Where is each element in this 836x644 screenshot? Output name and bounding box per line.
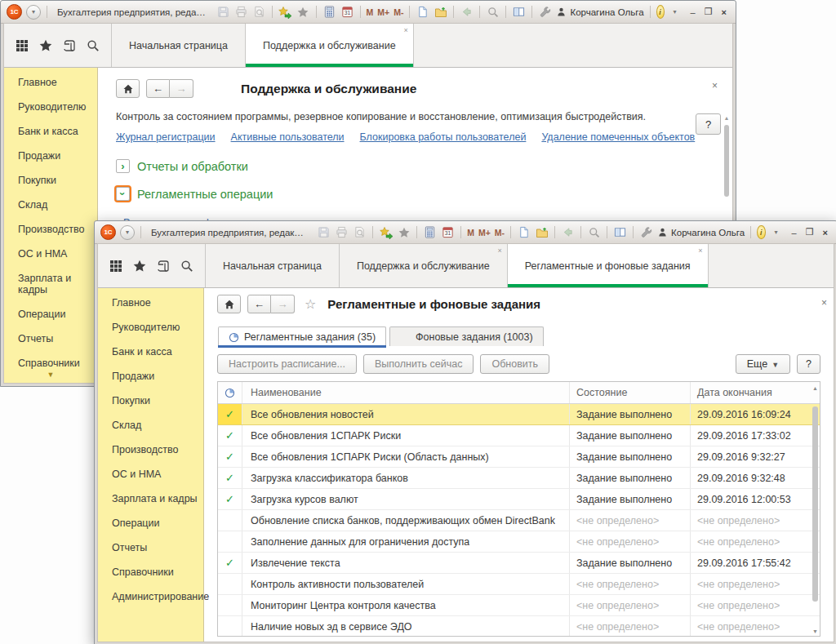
table-row[interactable]: ✓ Заполнение данных для ограничения дост… <box>218 531 820 553</box>
table-row[interactable]: ✓ Извлечение текста Задание выполнено 29… <box>218 553 820 574</box>
scrollbar-thumb[interactable] <box>724 125 729 197</box>
forward-button[interactable]: → <box>170 79 193 98</box>
info-icon[interactable]: i <box>757 225 765 239</box>
history-icon[interactable] <box>63 39 76 52</box>
1c-logo-icon[interactable]: 1С <box>100 224 116 240</box>
page-tab[interactable]: Начальная страница × <box>112 24 246 67</box>
sidebar-item[interactable]: Главное <box>4 70 97 95</box>
open-file-icon[interactable] <box>535 225 549 239</box>
sidebar-item[interactable]: Руководителю <box>98 315 203 340</box>
sidebar-item[interactable]: Главное <box>98 291 203 315</box>
sections-menu-icon[interactable] <box>16 39 29 52</box>
favorites-icon[interactable] <box>397 225 411 239</box>
sidebar-item[interactable]: Склад <box>4 193 97 217</box>
sidebar-item[interactable]: Производство <box>98 437 203 462</box>
sidebar-item[interactable]: Продажи <box>4 144 97 168</box>
settings-wrench-icon[interactable] <box>538 5 552 19</box>
sidebar-item[interactable]: Зарплата и кадры <box>98 486 203 511</box>
view-tab[interactable]: Фоновые задания (1003) <box>389 326 544 346</box>
status-column-header[interactable] <box>218 382 242 403</box>
sidebar-item[interactable]: Зарплата и кадры <box>4 266 97 302</box>
state-column-header[interactable]: Состояние <box>570 382 691 403</box>
sidebar-item[interactable]: Продажи <box>98 364 203 389</box>
history-back-icon[interactable] <box>561 225 575 239</box>
section-label[interactable]: Отчеты и обработки <box>137 160 248 173</box>
minimize-button[interactable]: – <box>691 7 696 17</box>
back-button[interactable]: ← <box>247 295 271 313</box>
service-dropdown-icon[interactable]: ▾ <box>669 6 682 19</box>
page-tab[interactable]: Регламентные и фоновые задания × <box>508 244 709 287</box>
memory-button[interactable]: M+ <box>377 7 389 17</box>
calendar-icon[interactable] <box>441 225 455 239</box>
sidebar-item[interactable]: Операции <box>4 302 97 326</box>
service-dropdown-icon[interactable]: ▾ <box>770 226 783 239</box>
scrollbar-thumb[interactable] <box>812 406 818 602</box>
sidebar-item[interactable]: Администрирование <box>98 584 203 609</box>
close-button[interactable]: × <box>722 7 727 17</box>
view-tab[interactable]: Регламентные задания (35) <box>218 326 386 346</box>
home-button[interactable] <box>116 79 140 98</box>
search-icon[interactable] <box>87 39 100 52</box>
scroll-up-icon[interactable]: ▲ <box>812 385 819 391</box>
table-header-row[interactable]: Наименование Состояние Дата окончания <box>218 382 820 404</box>
command-link[interactable]: Журнал регистрации <box>116 131 216 143</box>
favorites-star-icon[interactable] <box>133 260 146 273</box>
table-row[interactable]: ✓ Все обновления 1СПАРК Риски (Область д… <box>218 446 820 468</box>
scroll-up-icon[interactable]: ▲ <box>723 115 730 121</box>
favorites-icon[interactable] <box>296 5 310 19</box>
form-close-icon[interactable]: × <box>821 298 827 308</box>
tab-close-icon[interactable]: × <box>403 27 407 34</box>
date-column-header[interactable]: Дата окончания <box>691 382 820 403</box>
page-tab[interactable]: Поддержка и обслуживание × <box>246 24 414 67</box>
section-expander-icon[interactable]: › <box>116 187 130 201</box>
scroll-down-icon[interactable]: ▼ <box>812 628 819 634</box>
save-icon[interactable] <box>317 225 331 239</box>
action-button[interactable]: Настроить расписание... <box>217 354 357 374</box>
tab-close-icon[interactable]: × <box>698 247 702 255</box>
current-user[interactable]: Корчагина Ольга <box>556 7 643 17</box>
more-button[interactable]: Еще▼ <box>736 354 790 374</box>
history-back-icon[interactable] <box>460 5 474 19</box>
table-row[interactable]: ✓ Все обновления новостей Задание выполн… <box>218 404 820 425</box>
maximize-button[interactable]: ❒ <box>806 227 814 238</box>
global-search-icon[interactable] <box>486 5 500 19</box>
global-search-icon[interactable] <box>587 225 601 239</box>
current-user[interactable]: Корчагина Ольга <box>657 227 745 238</box>
command-link[interactable]: Активные пользователи <box>231 131 345 143</box>
search-icon[interactable] <box>180 260 193 273</box>
print-icon[interactable] <box>234 5 248 19</box>
favorites-star-icon[interactable] <box>39 39 52 52</box>
main-menu-dropdown-icon[interactable]: ▾ <box>120 225 135 240</box>
open-file-icon[interactable] <box>434 5 447 19</box>
table-row[interactable]: ✓ Обновление списка банков, поддерживающ… <box>218 510 820 531</box>
print-preview-icon[interactable] <box>252 5 266 19</box>
info-icon[interactable]: i <box>656 5 665 19</box>
sidebar-item[interactable]: Отчеты <box>98 535 203 560</box>
table-scrollbar[interactable]: ▲ ▼ <box>812 384 819 634</box>
section-label[interactable]: Регламентные операции <box>137 188 273 201</box>
settings-wrench-icon[interactable] <box>639 225 653 239</box>
action-button[interactable]: Обновить <box>480 354 549 374</box>
page-tab[interactable]: Начальная страница × <box>206 244 340 287</box>
sidebar-item[interactable]: Руководителю <box>4 95 97 119</box>
sidebar-item[interactable]: Операции <box>98 511 203 535</box>
form-close-icon[interactable]: × <box>712 81 718 91</box>
help-button[interactable]: ? <box>696 113 721 135</box>
memory-button[interactable]: M+ <box>478 228 491 238</box>
page-tab[interactable]: Поддержка и обслуживание × <box>340 244 508 287</box>
calculator-icon[interactable] <box>322 5 336 19</box>
sections-menu-icon[interactable] <box>109 260 122 273</box>
add-favorite-icon[interactable] <box>379 225 393 239</box>
save-icon[interactable] <box>216 5 230 19</box>
name-column-header[interactable]: Наименование <box>242 382 570 403</box>
forward-button[interactable]: → <box>271 295 295 313</box>
new-document-icon[interactable] <box>517 225 531 239</box>
command-link[interactable]: Блокировка работы пользователей <box>360 131 527 143</box>
sidebar-item[interactable]: Склад <box>98 413 203 437</box>
new-document-icon[interactable] <box>416 5 429 19</box>
close-button[interactable]: × <box>823 228 828 238</box>
print-preview-icon[interactable] <box>353 225 367 239</box>
main-menu-dropdown-icon[interactable]: ▾ <box>26 5 41 20</box>
split-view-icon[interactable] <box>512 5 526 19</box>
maximize-button[interactable]: ❒ <box>705 7 713 17</box>
